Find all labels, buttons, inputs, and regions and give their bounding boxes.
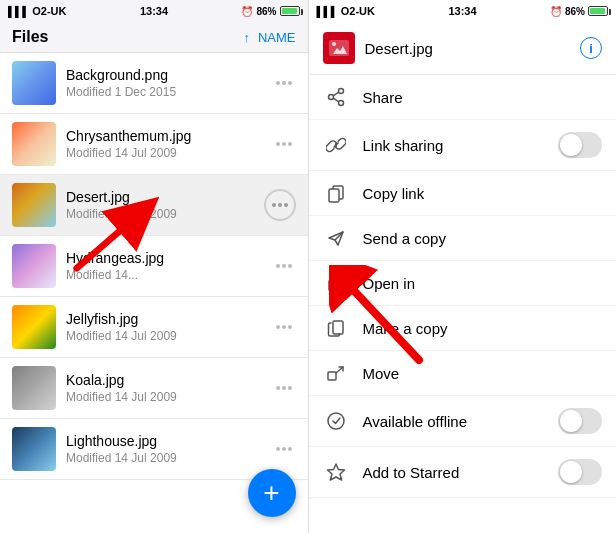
svg-point-4 [332,42,336,46]
copy-link-icon [323,183,349,203]
status-bar-right: ▌▌▌ O2-UK 13:34 ⏰ 86% [309,0,617,22]
file-thumbnail [12,183,56,227]
file-more-button[interactable] [272,138,296,150]
sort-button[interactable]: NAME [258,30,296,45]
star-icon [323,462,349,482]
file-more-button[interactable] [272,260,296,272]
upload-icon[interactable]: ↑ [243,30,250,45]
battery-status-left: ⏰ 86% [241,6,299,17]
menu-list: Share Link sharing Copy link [309,75,617,533]
file-more-button[interactable] [272,77,296,89]
files-header: Files ↑ NAME [0,22,308,53]
svg-point-5 [338,89,343,94]
menu-item-link-sharing[interactable]: Link sharing [309,120,617,171]
svg-point-6 [338,101,343,106]
list-item[interactable]: Background.png Modified 1 Dec 2015 [0,53,308,114]
add-starred-toggle[interactable] [558,459,602,485]
svg-rect-12 [329,189,339,202]
menu-item-send-copy[interactable]: Send a copy [309,216,617,261]
file-info: Hydrangeas.jpg Modified 14... [66,250,272,282]
file-name: Koala.jpg [66,372,272,388]
file-name: Lighthouse.jpg [66,433,272,449]
battery-fill-left [282,8,297,14]
file-info: Jellyfish.jpg Modified 14 Jul 2009 [66,311,272,343]
file-info: Koala.jpg Modified 14 Jul 2009 [66,372,272,404]
menu-item-move[interactable]: Move [309,351,617,396]
file-more-button[interactable] [272,382,296,394]
carrier-name: O2-UK [32,5,66,17]
file-more-circle-button[interactable] [264,189,296,221]
menu-item-share[interactable]: Share [309,75,617,120]
available-offline-toggle[interactable] [558,408,602,434]
battery-percent-right: 86% [565,6,585,17]
file-name: Desert.jpg [66,189,264,205]
menu-item-available-offline[interactable]: Available offline [309,396,617,447]
alarm-icon: ⏰ [241,6,253,17]
file-thumbnail [12,61,56,105]
offline-icon [323,411,349,431]
file-type-icon [323,32,355,64]
list-item[interactable]: Chrysanthemum.jpg Modified 14 Jul 2009 [0,114,308,175]
add-starred-label: Add to Starred [363,464,559,481]
file-meta: Modified 14 Jul 2009 [66,146,272,160]
file-meta: Modified 14 Jul 2009 [66,390,272,404]
svg-marker-21 [327,464,344,480]
svg-rect-14 [329,280,341,291]
file-name: Background.png [66,67,272,83]
file-meta: Modified 14 Jul 2009 [66,451,272,465]
file-name: Jellyfish.jpg [66,311,272,327]
carrier-signal-right: ▌▌▌ O2-UK [317,5,376,17]
menu-item-open-in[interactable]: Open in [309,261,617,306]
battery-right: ⏰ 86% [550,6,608,17]
list-item-desert[interactable]: Desert.jpg Modified 14 Jul 2009 [0,175,308,236]
battery-fill-right [590,8,605,14]
file-more-button[interactable] [272,321,296,333]
info-button[interactable]: i [580,37,602,59]
file-thumbnail [12,427,56,471]
move-icon [323,363,349,383]
file-info: Lighthouse.jpg Modified 14 Jul 2009 [66,433,272,465]
svg-rect-18 [333,321,343,334]
list-item[interactable]: Koala.jpg Modified 14 Jul 2009 [0,358,308,419]
battery-percent-left: 86% [256,6,276,17]
file-meta: Modified 14 Jul 2009 [66,207,264,221]
file-thumbnail [12,244,56,288]
list-item[interactable]: Hydrangeas.jpg Modified 14... [0,236,308,297]
file-meta: Modified 1 Dec 2015 [66,85,272,99]
menu-header: Desert.jpg i [309,22,617,75]
copy-link-label: Copy link [363,185,603,202]
add-fab-button[interactable]: + [248,469,296,517]
file-thumbnail [12,305,56,349]
file-thumbnail [12,122,56,166]
carrier-signal: ▌▌▌ O2-UK [8,5,67,17]
menu-item-make-copy[interactable]: Make a copy [309,306,617,351]
file-name: Hydrangeas.jpg [66,250,272,266]
share-icon [323,87,349,107]
menu-filename: Desert.jpg [365,40,581,57]
svg-rect-19 [328,372,336,380]
svg-point-20 [328,413,344,429]
signal-bars-right: ▌▌▌ [317,6,338,17]
left-panel: ▌▌▌ O2-UK 13:34 ⏰ 86% Files ↑ NAME Backg… [0,0,308,533]
file-meta: Modified 14... [66,268,272,282]
send-copy-label: Send a copy [363,230,603,247]
menu-item-starred[interactable]: Add to Starred [309,447,617,498]
file-list: Background.png Modified 1 Dec 2015 Chrys… [0,53,308,533]
signal-bars: ▌▌▌ [8,6,29,17]
open-in-label: Open in [363,275,603,292]
status-bar-left: ▌▌▌ O2-UK 13:34 ⏰ 86% [0,0,308,22]
svg-line-8 [333,92,339,96]
file-meta: Modified 14 Jul 2009 [66,329,272,343]
move-label: Move [363,365,603,382]
svg-point-7 [328,95,333,100]
available-offline-label: Available offline [363,413,559,430]
send-copy-icon [323,228,349,248]
file-name: Chrysanthemum.jpg [66,128,272,144]
carrier-name-right: O2-UK [341,5,375,17]
file-more-button[interactable] [272,443,296,455]
link-sharing-toggle[interactable] [558,132,602,158]
list-item[interactable]: Jellyfish.jpg Modified 14 Jul 2009 [0,297,308,358]
make-copy-label: Make a copy [363,320,603,337]
files-title: Files [12,28,48,46]
menu-item-copy-link[interactable]: Copy link [309,171,617,216]
